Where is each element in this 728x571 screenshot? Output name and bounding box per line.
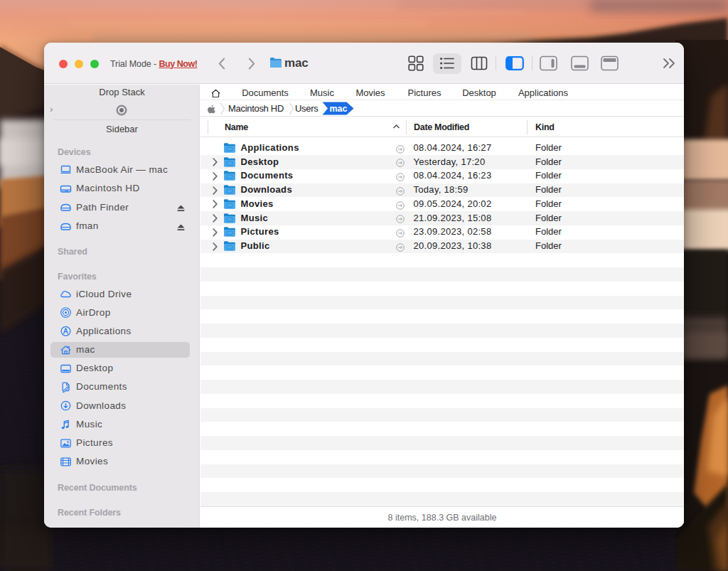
svg-text:mac: mac — [329, 104, 347, 114]
